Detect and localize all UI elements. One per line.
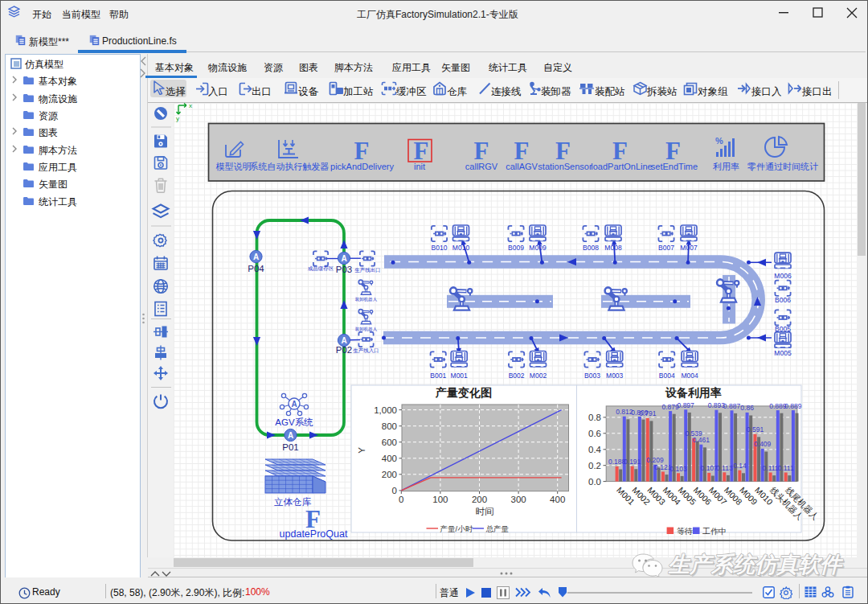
svg-text:模型说明: 模型说明 [216, 162, 252, 171]
svg-text:0.113: 0.113 [716, 464, 733, 472]
svg-text:stationSensor: stationSensor [538, 162, 592, 171]
svg-text:利用率: 利用率 [713, 162, 739, 171]
svg-text:B006: B006 [775, 296, 791, 304]
svg-text:callRGV: callRGV [465, 162, 498, 171]
svg-text:M006: M006 [774, 272, 792, 280]
svg-text:A: A [291, 400, 297, 409]
svg-text:B001: B001 [430, 372, 446, 380]
svg-text:0.889: 0.889 [784, 402, 802, 410]
svg-text:setEndTime: setEndTime [651, 162, 698, 171]
svg-text:y: y [176, 115, 179, 122]
svg-text:800: 800 [382, 421, 397, 431]
svg-text:300: 300 [511, 495, 526, 504]
svg-text:时间: 时间 [476, 507, 494, 516]
svg-text:M005: M005 [774, 349, 792, 357]
svg-text:0.887: 0.887 [723, 402, 741, 410]
svg-text:0.111: 0.111 [763, 464, 779, 472]
svg-text:M007: M007 [680, 244, 698, 252]
svg-text:M004: M004 [681, 372, 698, 380]
svg-text:0: 0 [399, 495, 403, 504]
svg-text:B007: B007 [658, 244, 674, 252]
svg-text:生产系统仿真软件: 生产系统仿真软件 [668, 553, 844, 577]
svg-text:0.14: 0.14 [733, 462, 747, 470]
svg-text:M003: M003 [606, 372, 624, 380]
svg-text:等待: 等待 [677, 527, 693, 536]
svg-text:0.461: 0.461 [693, 436, 710, 444]
svg-text:Y: Y [357, 447, 366, 454]
svg-text:生产线出口: 生产线出口 [354, 267, 381, 273]
svg-text:0.897: 0.897 [678, 401, 695, 409]
svg-text:B005: B005 [775, 325, 791, 333]
svg-text:B003: B003 [584, 372, 600, 380]
svg-text:设备利用率: 设备利用率 [665, 386, 722, 399]
svg-text:0: 0 [392, 486, 397, 495]
svg-text:0.6: 0.6 [588, 429, 601, 438]
svg-text:0.107: 0.107 [701, 464, 719, 472]
svg-text:%: % [715, 136, 723, 146]
svg-text:init: init [414, 162, 425, 171]
svg-text:装卸机器人: 装卸机器人 [355, 297, 378, 302]
svg-text:B009: B009 [508, 244, 524, 252]
svg-text:0.591: 0.591 [747, 425, 764, 433]
svg-text:M008: M008 [604, 244, 622, 252]
svg-text:0.111: 0.111 [778, 464, 794, 472]
svg-text:M010: M010 [452, 244, 470, 252]
svg-text:P02: P02 [336, 345, 352, 355]
svg-text:B010: B010 [432, 244, 448, 252]
svg-text:400: 400 [550, 495, 565, 504]
svg-text:装卸机器人: 装卸机器人 [355, 327, 378, 332]
svg-text:P01: P01 [282, 442, 298, 452]
svg-text:0.791: 0.791 [639, 409, 657, 417]
svg-text:总产量: 总产量 [486, 524, 510, 533]
svg-text:callAGV: callAGV [506, 162, 538, 171]
svg-text:200: 200 [382, 470, 397, 479]
svg-text:产量变化图: 产量变化图 [435, 386, 492, 399]
svg-text:M001: M001 [451, 372, 469, 380]
svg-text:0.4: 0.4 [588, 445, 602, 454]
svg-text:生产线入口: 生产线入口 [353, 347, 379, 354]
svg-text:B008: B008 [583, 244, 599, 252]
svg-text:系统自动执行触发器: 系统自动执行触发器 [250, 162, 330, 171]
svg-text:400: 400 [382, 454, 397, 463]
svg-text:B004: B004 [659, 372, 675, 380]
svg-text:0.191: 0.191 [624, 458, 641, 466]
svg-text:updateProQuat: updateProQuat [280, 528, 348, 540]
svg-text:成品缓存区: 成品缓存区 [308, 265, 334, 272]
svg-text:100: 100 [432, 495, 448, 504]
svg-text:产量/小时: 产量/小时 [440, 524, 473, 533]
svg-text:0.2: 0.2 [588, 461, 601, 470]
svg-text:1,000: 1,000 [374, 405, 397, 415]
svg-text:M009: M009 [529, 244, 547, 252]
svg-text:x: x [189, 103, 192, 109]
svg-text:200: 200 [472, 495, 487, 504]
svg-text:loadPartOnLine: loadPartOnLine [591, 162, 652, 171]
svg-text:0.409: 0.409 [754, 440, 772, 448]
svg-text:P03: P03 [336, 265, 352, 274]
svg-text:pickAndDelivery: pickAndDelivery [330, 162, 394, 171]
svg-text:600: 600 [382, 438, 397, 447]
svg-text:B002: B002 [509, 372, 525, 380]
svg-text:M002: M002 [530, 372, 547, 380]
svg-text:0.103: 0.103 [669, 465, 687, 473]
svg-text:AGV系统: AGV系统 [275, 417, 313, 427]
svg-text:工作中: 工作中 [702, 527, 727, 536]
svg-text:0.0: 0.0 [588, 477, 601, 487]
svg-text:0.8: 0.8 [588, 413, 601, 422]
svg-text:P04: P04 [248, 264, 264, 273]
svg-text:0.86: 0.86 [740, 404, 754, 412]
svg-text:零件通过时间统计: 零件通过时间统计 [747, 162, 818, 171]
